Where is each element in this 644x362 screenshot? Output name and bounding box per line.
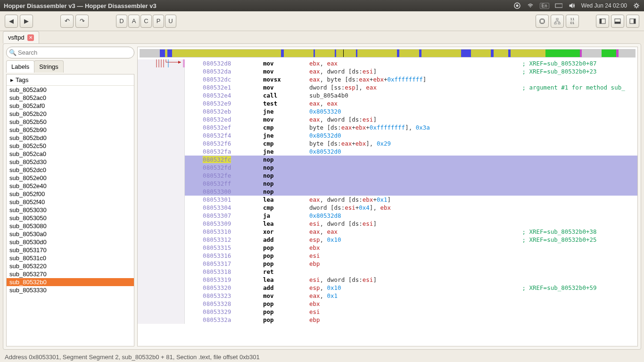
disasm-row[interactable]: 080532ed mov eax, dword [ds:esi] [138,115,637,123]
disasm-row[interactable]: 080532fa jne 0x80532d0 [138,148,637,156]
panel-left-icon[interactable] [596,15,609,28]
type-buttons: DACPU [116,15,176,28]
close-icon[interactable]: ✕ [27,34,34,41]
label-item[interactable]: sub_8052ca0 [7,150,134,158]
label-item[interactable]: sub_8052e40 [7,182,134,190]
disasm-row[interactable]: 08053300 nop [138,188,637,196]
chevron-right-icon: ▸ [10,76,14,83]
disasm-row[interactable]: 08053319 lea esi, dword [ds:esi] [138,276,637,284]
label-item[interactable]: sub_8052b50 [7,118,134,126]
window-title: Hopper Disassembler v3 — Hopper Disassem… [4,2,513,9]
disasm-row[interactable]: 080532e1 mov dword [ss:esp], eax ; argum… [138,83,637,91]
tab-label: vsftpd [8,34,25,41]
disasm-row[interactable]: 08053323 mov eax, 0x1 [138,292,637,300]
clock[interactable]: Wed Jun 24 02:00 [581,2,627,9]
label-item[interactable]: sub_8052e00 [7,174,134,182]
label-item[interactable]: sub_8052c50 [7,142,134,150]
disassembly-listing[interactable]: 080532d8 mov ebx, eax ; XREF=sub_80532b0… [138,59,637,346]
label-item[interactable]: sub_8053050 [7,214,134,222]
disasm-row[interactable]: 08053309 lea esi, dword [ds:esi] [138,220,637,228]
type-button-a[interactable]: A [128,15,140,28]
disasm-row[interactable]: 080532ef cmp byte [ds:eax+ebx+0xffffffff… [138,123,637,132]
tab-strings[interactable]: Strings [34,60,63,73]
type-button-u[interactable]: U [165,15,176,28]
disasm-row[interactable]: 080532f4 jne 0x80532d0 [138,132,637,140]
navigation-minimap[interactable]: ▴ [140,49,636,58]
disassembly-area: ▴ 080532d8 mov ebx, eax ; XREF=sub_80532… [137,47,638,346]
disasm-row[interactable]: 08053312 add esp, 0x10 ; XREF=sub_80532b… [138,236,637,244]
disasm-row[interactable]: 0805332a pop ebp [138,316,637,324]
chrome-icon[interactable] [513,2,521,9]
label-item[interactable]: sub_80530d0 [7,238,134,246]
disasm-row[interactable]: 08053301 lea eax, dword [ds:ebx+0x1] [138,196,637,204]
disasm-row[interactable]: 080532e4 call sub_805a4b0 [138,91,637,99]
undo-button[interactable]: ↶ [60,15,74,28]
svg-marker-17 [178,61,181,64]
label-item[interactable]: sub_8052b90 [7,126,134,134]
cpu-icon[interactable] [536,15,549,28]
search-input[interactable] [6,47,134,58]
disasm-row[interactable]: 080532fe nop [138,172,637,180]
status-bar: Address 0x8053301, Segment Segment 2, su… [0,350,644,362]
tree-icon[interactable] [551,15,564,28]
type-button-p[interactable]: P [153,15,164,28]
label-item[interactable]: sub_8052f40 [7,198,134,206]
volume-icon[interactable] [568,2,576,9]
label-item[interactable]: sub_8052ac0 [7,94,134,102]
disasm-row[interactable]: 080532eb jne 0x8053320 [138,107,637,115]
label-item[interactable]: sub_8052bd0 [7,134,134,142]
disasm-row[interactable]: 08053307 ja 0x80532d8 [138,212,637,220]
disasm-row[interactable]: 080532d8 mov ebx, eax ; XREF=sub_80532b0… [138,59,637,67]
nav-forward-button[interactable]: ▶ [20,15,33,28]
disasm-row[interactable]: 08053320 add esp, 0x10 ; XREF=sub_80532b… [138,284,637,292]
battery-icon[interactable] [555,2,562,9]
label-item[interactable]: sub_80532b0 [7,278,134,286]
label-item[interactable]: sub_8052a90 [7,86,134,94]
disasm-row[interactable]: 080532da mov eax, dword [ds:esi] ; XREF=… [138,67,637,75]
label-item[interactable]: sub_8053080 [7,222,134,230]
disasm-row[interactable]: 080532dc movsx eax, byte [ds:eax+ebx+0xf… [138,75,637,83]
label-item[interactable]: sub_8052af0 [7,102,134,110]
label-item[interactable]: sub_8053330 [7,286,134,294]
tab-vsftpd[interactable]: vsftpd ✕ [3,31,39,43]
label-item[interactable]: sub_8053170 [7,246,134,254]
disasm-row[interactable]: 08053329 pop esi [138,308,637,316]
sidebar-tabs: Labels Strings [6,60,134,73]
disasm-row[interactable]: 08053316 pop esi [138,252,637,260]
disasm-row[interactable]: 080532fd nop [138,164,637,172]
settings-gear-icon[interactable] [633,2,640,9]
hex-icon[interactable]: 1101 [566,15,579,28]
disasm-row[interactable]: 08053328 pop ebx [138,300,637,308]
label-item[interactable]: sub_8053270 [7,270,134,278]
disasm-row[interactable]: 080532e9 test eax, eax [138,99,637,107]
disasm-row[interactable]: 08053317 pop ebp [138,260,637,268]
nav-back-button[interactable]: ◀ [5,15,18,28]
svg-rect-12 [615,22,620,24]
keyboard-lang[interactable]: En [540,3,549,9]
wifi-icon[interactable] [527,2,534,9]
label-item[interactable]: sub_8052d30 [7,158,134,166]
type-button-c[interactable]: C [140,15,152,28]
labels-list[interactable]: sub_8052a90sub_8052ac0sub_8052af0sub_805… [7,86,134,346]
tab-labels[interactable]: Labels [6,60,34,73]
disasm-row[interactable]: 08053315 pop ebx [138,244,637,252]
label-item[interactable]: sub_8052f00 [7,190,134,198]
type-button-d[interactable]: D [116,15,127,28]
label-item[interactable]: sub_80530a0 [7,230,134,238]
disasm-row[interactable]: 08053310 xor eax, eax ; XREF=sub_80532b0… [138,228,637,236]
panel-bottom-icon[interactable] [611,15,624,28]
disasm-row[interactable]: 08053318 ret [138,268,637,276]
label-item[interactable]: sub_8052b20 [7,110,134,118]
label-item[interactable]: sub_80531c0 [7,254,134,262]
label-item[interactable]: sub_8053030 [7,206,134,214]
tags-toggle[interactable]: ▸ Tags [7,74,134,86]
disasm-row[interactable]: 080532f6 cmp byte [ds:eax+ebx], 0x29 [138,140,637,148]
label-item[interactable]: sub_8053220 [7,262,134,270]
svg-rect-10 [600,19,602,24]
panel-right-icon[interactable] [626,15,639,28]
redo-button[interactable]: ↷ [75,15,89,28]
disasm-row[interactable]: 080532ff nop [138,180,637,188]
label-item[interactable]: sub_8052dc0 [7,166,134,174]
disasm-row[interactable]: 080532fc nop [138,156,637,164]
disasm-row[interactable]: 08053304 cmp dword [ds:esi+0x4], ebx [138,204,637,212]
